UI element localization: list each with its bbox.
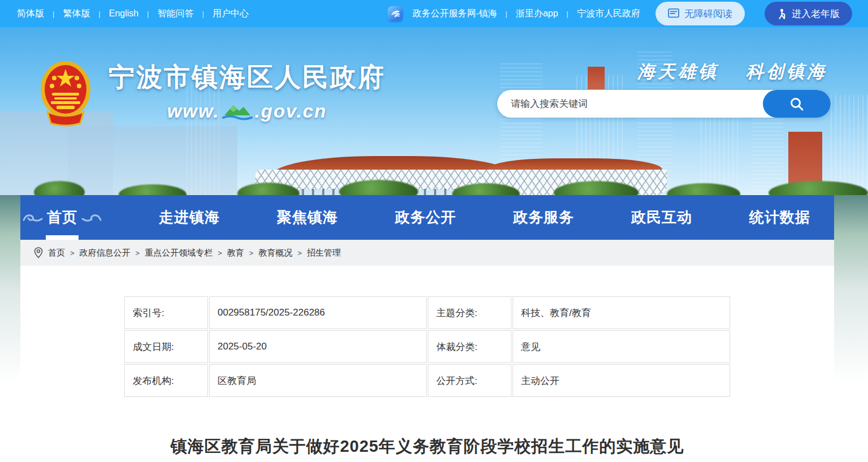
elderly-version-button[interactable]: 进入老年版 (765, 2, 852, 25)
link-ningbo-gov[interactable]: 宁波市人民政府 (577, 8, 640, 20)
breadcrumb-separator: > (136, 249, 140, 257)
content-container: 首页 走进镇海 聚焦镇海 政务公开 政务服务 政民互动 统计数据 (20, 195, 834, 461)
meta-value-disclosure-method: 主动公开 (513, 364, 730, 397)
location-pin-icon (34, 247, 43, 258)
breadcrumb-separator: > (297, 249, 302, 257)
meta-value-index-no: 002958175/2025-226286 (209, 296, 427, 329)
link-gov-open-service[interactable]: 政务公开服务网-镇海 (413, 8, 497, 20)
search-input[interactable] (497, 90, 763, 118)
search-icon (789, 97, 804, 111)
nav-label: 聚焦镇海 (277, 208, 338, 227)
table-row: 发布机构: 区教育局 公开方式: 主动公开 (124, 364, 730, 397)
separator: | (506, 10, 507, 18)
separator: | (567, 10, 568, 18)
breadcrumb: 首页 > 政府信息公开 > 重点公开领域专栏 > 教育 > 教育概况 > 招生管… (20, 240, 834, 266)
skyscraper (831, 95, 868, 195)
url-suffix: .gov.cn (255, 101, 327, 122)
accessibility-reading-icon (668, 8, 679, 19)
page-lower-section: 首页 走进镇海 聚焦镇海 政务公开 政务服务 政民互动 统计数据 (0, 195, 868, 462)
meta-label-issuer: 发布机构: (124, 364, 208, 397)
nav-label: 政务服务 (513, 208, 574, 227)
tower-red-top (588, 67, 605, 89)
nav-label: 统计数据 (749, 208, 810, 227)
site-name: 宁波市镇海区人民政府 (108, 60, 385, 95)
site-url: www. .gov.cn (108, 101, 385, 122)
top-utility-bar: 简体版 | 繁体版 | English | 智能问答 | 用户中心 政务公开服务… (0, 0, 868, 27)
meta-label-genre: 体裁分类: (428, 330, 511, 363)
nav-item-gov-disclosure[interactable]: 政务公开 (395, 195, 456, 240)
main-nav: 首页 走进镇海 聚焦镇海 政务公开 政务服务 政民互动 统计数据 (20, 195, 834, 240)
active-nav-indicator (46, 235, 79, 240)
slogan-right: 科创镇海 (746, 60, 827, 84)
meta-value-issuer: 区教育局 (209, 364, 427, 397)
article-title: 镇海区教育局关于做好2025年义务教育阶段学校招生工作的实施意见 (20, 435, 834, 458)
link-english[interactable]: English (109, 8, 138, 19)
elderly-version-label: 进入老年版 (792, 7, 840, 20)
separator: | (202, 10, 204, 18)
meta-value-topic-category: 科技、教育/教育 (513, 296, 730, 329)
crumb-gov-info[interactable]: 政府信息公开 (80, 248, 131, 258)
link-user-center[interactable]: 用户中心 (212, 8, 249, 20)
breadcrumb-separator: > (70, 249, 75, 257)
slogan: 海天雄镇 科创镇海 (637, 60, 827, 84)
crumb-enrollment-mgmt[interactable]: 招生管理 (307, 248, 341, 258)
nav-label: 政务公开 (395, 208, 456, 227)
nav-item-gov-services[interactable]: 政务服务 (513, 195, 574, 240)
article-area: 索引号: 002958175/2025-226286 主题分类: 科技、教育/教… (20, 266, 834, 461)
topbar-left-links: 简体版 | 繁体版 | English | 智能问答 | 用户中心 (17, 8, 249, 20)
link-simplified-chinese[interactable]: 简体版 (17, 8, 44, 20)
accessibility-reading-label: 无障碍阅读 (684, 7, 732, 20)
table-row: 成文日期: 2025-05-20 体裁分类: 意见 (124, 330, 730, 363)
meta-label-topic-category: 主题分类: (428, 296, 511, 329)
nav-label: 政民互动 (631, 208, 692, 227)
nav-item-focus-zhenhai[interactable]: 聚焦镇海 (277, 195, 338, 240)
separator: | (147, 10, 149, 18)
crumb-education-overview[interactable]: 教育概况 (258, 248, 292, 258)
header-banner: 宁波市镇海区人民政府 www. .gov.cn 海天雄镇 科创镇海 (0, 27, 868, 195)
breadcrumb-separator: > (249, 249, 254, 257)
mountain-logo (222, 102, 253, 121)
link-traditional-chinese[interactable]: 繁体版 (63, 8, 90, 20)
elderly-person-icon (777, 8, 787, 19)
wave-icon (81, 212, 102, 223)
site-search (497, 90, 831, 118)
skyscraper (752, 106, 783, 195)
table-row: 索引号: 002958175/2025-226286 主题分类: 科技、教育/教… (124, 296, 730, 329)
slogan-left: 海天雄镇 (637, 60, 719, 84)
breadcrumb-separator: > (218, 249, 222, 257)
url-prefix: www. (167, 101, 220, 122)
separator: | (53, 10, 54, 18)
nav-label: 首页 (47, 208, 77, 227)
link-smart-qa[interactable]: 智能问答 (158, 8, 194, 20)
site-identity: 宁波市镇海区人民政府 www. .gov.cn (108, 60, 385, 122)
nav-item-statistics[interactable]: 统计数据 (749, 195, 810, 240)
wave-icon (23, 212, 43, 223)
meta-value-date: 2025-05-20 (209, 330, 427, 363)
accessibility-reading-button[interactable]: 无障碍阅读 (656, 2, 745, 25)
meta-label-index-no: 索引号: (124, 296, 208, 329)
crumb-education[interactable]: 教育 (227, 248, 244, 258)
meta-value-genre: 意见 (513, 330, 730, 363)
meta-label-date: 成文日期: (124, 330, 208, 363)
crumb-home[interactable]: 首页 (48, 248, 65, 258)
national-emblem (40, 60, 92, 127)
crumb-key-disclosure[interactable]: 重点公开领域专栏 (145, 248, 212, 258)
document-meta-table: 索引号: 002958175/2025-226286 主题分类: 科技、教育/教… (123, 295, 731, 398)
separator: | (98, 10, 100, 18)
topbar-right-links: 政务公开服务网-镇海 | 浙里办app | 宁波市人民政府 无障碍阅读 进入老年… (388, 2, 852, 25)
search-button[interactable] (763, 90, 831, 118)
link-zheliban-app[interactable]: 浙里办app (516, 8, 558, 20)
meta-label-disclosure-method: 公开方式: (428, 364, 511, 397)
nav-item-about-zhenhai[interactable]: 走进镇海 (159, 195, 220, 240)
gov-service-app-icon (388, 6, 403, 21)
nav-item-public-interaction[interactable]: 政民互动 (631, 195, 692, 240)
nav-label: 走进镇海 (159, 208, 220, 227)
nav-item-home[interactable]: 首页 (23, 195, 102, 240)
